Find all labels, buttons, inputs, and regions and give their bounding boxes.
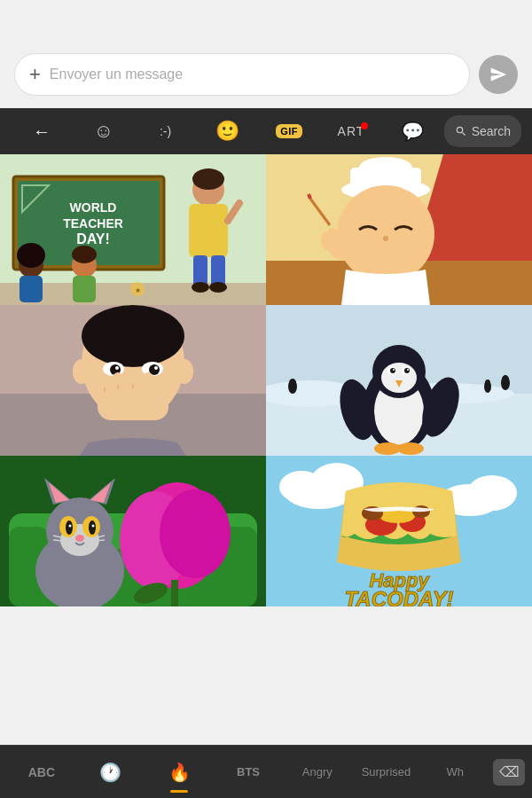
svg-point-69: [485, 379, 490, 387]
send-icon: [489, 66, 507, 83]
svg-point-20: [72, 246, 97, 263]
search-button[interactable]: Search: [444, 115, 521, 147]
svg-point-44: [176, 359, 193, 384]
svg-rect-11: [193, 255, 207, 286]
face-emoji-button[interactable]: 🙂: [196, 115, 258, 147]
svg-line-38: [309, 194, 310, 199]
text-smiley: :-): [160, 124, 171, 138]
surprised-label: Surprised: [362, 765, 411, 778]
svg-point-78: [393, 369, 395, 371]
svg-point-84: [397, 442, 424, 455]
plus-button[interactable]: +: [29, 63, 41, 86]
svg-point-107: [92, 525, 95, 528]
smiley-icon: ☺: [93, 120, 113, 143]
svg-point-79: [407, 369, 409, 371]
gif-button[interactable]: GIF: [258, 115, 320, 147]
svg-point-73: [381, 363, 417, 393]
gif-item-tom-cat[interactable]: [0, 456, 266, 606]
svg-point-77: [404, 368, 410, 373]
message-placeholder[interactable]: Envoyer un message: [50, 66, 455, 82]
svg-point-83: [374, 442, 401, 455]
svg-point-31: [383, 236, 388, 241]
svg-point-54: [126, 372, 140, 395]
svg-point-104: [66, 520, 73, 535]
art-container: ART: [338, 124, 365, 138]
smiley-emoji-button[interactable]: ☺: [73, 115, 135, 147]
angry-label: Angry: [302, 765, 332, 778]
art-button[interactable]: ART: [320, 115, 382, 147]
svg-text:DAY!: DAY!: [76, 231, 110, 246]
svg-point-30: [337, 185, 434, 283]
svg-text:WORLD: WORLD: [70, 200, 117, 215]
abc-label: ABC: [28, 765, 55, 779]
delete-button[interactable]: ⌫: [493, 759, 525, 786]
emoji-toolbar: ← ☺ :-) 🙂 GIF ART 💬 Search: [0, 108, 532, 154]
teacher-day-gif: WORLD TEACHER DAY!: [0, 154, 266, 305]
svg-point-116: [279, 471, 324, 503]
top-area: + Envoyer un message: [0, 0, 532, 108]
search-icon: [455, 125, 467, 137]
wh-label: Wh: [446, 765, 464, 778]
category-trending[interactable]: 🔥: [145, 746, 214, 798]
delete-icon: ⌫: [499, 763, 520, 780]
category-bts[interactable]: BTS: [214, 746, 283, 798]
svg-text:TACODAY!: TACODAY!: [344, 587, 453, 606]
category-abc[interactable]: ABC: [7, 746, 76, 798]
svg-point-29: [359, 157, 412, 178]
gif-item-kpop[interactable]: [0, 305, 266, 456]
svg-point-76: [390, 368, 395, 373]
recent-icon: 🕐: [99, 762, 121, 783]
svg-point-9: [192, 168, 224, 190]
category-recent[interactable]: 🕐: [76, 746, 145, 798]
svg-point-14: [209, 282, 227, 293]
svg-text:★: ★: [135, 286, 141, 294]
gif-grid: WORLD TEACHER DAY!: [0, 154, 532, 606]
bts-label: BTS: [237, 765, 260, 778]
svg-rect-10: [189, 204, 228, 257]
tom-cat-gif: [0, 456, 266, 606]
category-surprised[interactable]: Surprised: [352, 746, 421, 798]
category-bar: ABC 🕐 🔥 BTS Angry Surprised Wh ⌫: [0, 745, 532, 798]
svg-text:TEACHER: TEACHER: [63, 216, 123, 231]
svg-point-105: [89, 520, 96, 535]
svg-text:z: z: [452, 176, 460, 193]
face-icon: 🙂: [215, 120, 239, 143]
taco-day-gif: Happy TACODAY!: [266, 456, 532, 606]
message-input-wrapper[interactable]: + Envoyer un message: [14, 53, 470, 96]
svg-point-67: [502, 375, 509, 384]
message-icon: 💬: [402, 121, 424, 142]
send-button[interactable]: [479, 55, 518, 94]
anime-chef-gif: Z z: [266, 154, 532, 305]
gif-badge: GIF: [276, 124, 302, 138]
svg-point-13: [192, 282, 209, 293]
svg-point-50: [154, 366, 158, 370]
svg-point-65: [289, 379, 296, 387]
text-smiley-button[interactable]: :-): [135, 115, 197, 147]
svg-point-108: [75, 535, 84, 542]
category-angry[interactable]: Angry: [283, 746, 352, 798]
message-bar: + Envoyer un message: [14, 53, 518, 96]
search-label: Search: [472, 124, 511, 138]
gif-item-anime-chef[interactable]: Z z: [266, 154, 532, 305]
svg-point-118: [467, 475, 517, 511]
fire-icon: 🔥: [168, 762, 191, 783]
svg-point-92: [160, 489, 231, 578]
svg-point-106: [69, 525, 72, 528]
back-button[interactable]: ←: [11, 115, 73, 147]
notification-dot: [361, 122, 368, 129]
message-emoji-button[interactable]: 💬: [382, 115, 444, 147]
gif-item-teacher-day[interactable]: WORLD TEACHER DAY!: [0, 154, 266, 305]
svg-point-53: [111, 372, 125, 395]
svg-rect-93: [171, 580, 178, 606]
svg-point-52: [98, 376, 112, 397]
penguin-gif: [266, 305, 532, 456]
svg-point-42: [82, 305, 184, 367]
svg-rect-21: [73, 276, 96, 302]
svg-point-17: [17, 243, 45, 268]
svg-rect-18: [20, 276, 43, 302]
gif-item-penguin[interactable]: [266, 305, 532, 456]
gif-item-taco-day[interactable]: Happy TACODAY!: [266, 456, 532, 606]
svg-rect-12: [211, 255, 225, 286]
category-wh[interactable]: Wh: [420, 746, 489, 798]
svg-point-55: [141, 372, 155, 395]
